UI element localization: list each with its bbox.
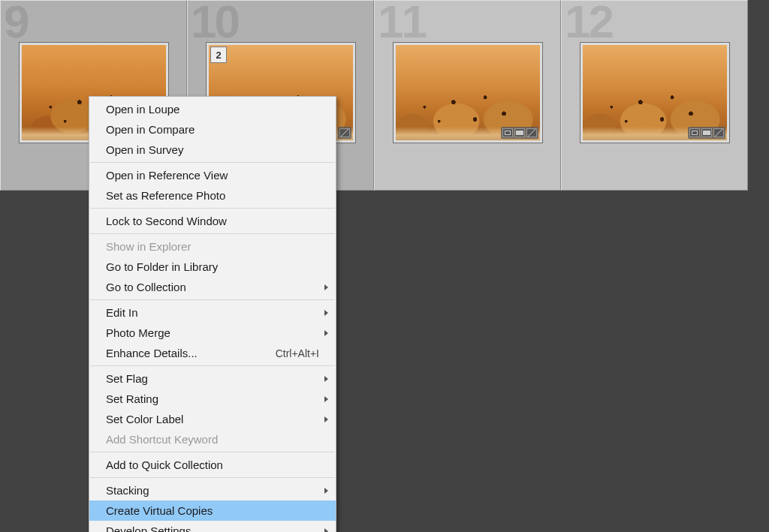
menu-item[interactable]: Enhance Details...Ctrl+Alt+I xyxy=(89,343,336,363)
menu-item[interactable]: Lock to Second Window xyxy=(89,211,336,231)
adjustments-icon xyxy=(713,128,724,137)
menu-item[interactable]: Set Flag xyxy=(89,368,336,389)
stack-count-badge[interactable]: 2 xyxy=(210,47,227,63)
cell-index: 9 xyxy=(4,0,27,48)
menu-separator xyxy=(90,233,335,234)
thumbnail-cell[interactable]: 11 xyxy=(374,0,561,191)
menu-item-label: Enhance Details... xyxy=(106,347,198,359)
menu-item-label: Develop Settings xyxy=(106,524,191,532)
menu-item[interactable]: Set Color Label xyxy=(89,409,336,429)
menu-separator xyxy=(90,162,335,163)
menu-item-label: Open in Survey xyxy=(106,143,183,156)
context-menu[interactable]: Open in LoupeOpen in CompareOpen in Surv… xyxy=(89,96,336,532)
thumbnail-frame xyxy=(393,42,543,143)
thumbnail-image[interactable] xyxy=(396,45,540,140)
menu-separator xyxy=(90,208,335,209)
menu-item-shortcut: Ctrl+Alt+I xyxy=(276,347,319,359)
menu-item-label: Set as Reference Photo xyxy=(106,189,225,202)
menu-item[interactable]: Develop Settings xyxy=(89,521,336,532)
menu-item-label: Add to Quick Collection xyxy=(106,458,223,471)
thumbnail-cell[interactable]: 12 xyxy=(561,0,748,191)
menu-item-label: Go to Collection xyxy=(106,281,186,293)
menu-item-label: Create Virtual Copies xyxy=(106,504,213,517)
thumbnail-frame xyxy=(580,42,730,143)
submenu-arrow-icon xyxy=(324,284,328,290)
menu-separator xyxy=(90,452,335,452)
menu-item[interactable]: Open in Compare xyxy=(89,119,336,140)
thumbnail-image[interactable] xyxy=(583,45,727,140)
menu-item[interactable]: Stacking xyxy=(89,480,336,500)
menu-item[interactable]: Go to Folder in Library xyxy=(89,257,336,277)
menu-item[interactable]: Set Rating xyxy=(89,389,336,409)
menu-item[interactable]: Edit In xyxy=(89,302,336,323)
menu-item-label: Open in Loupe xyxy=(106,103,179,116)
thumbnail-badge-icons xyxy=(338,127,351,139)
submenu-arrow-icon xyxy=(324,330,328,336)
menu-item-label: Show in Explorer xyxy=(106,240,191,253)
menu-item-label: Set Color Label xyxy=(106,413,183,425)
menu-item: Show in Explorer xyxy=(89,236,336,257)
menu-item-label: Photo Merge xyxy=(106,326,170,339)
menu-item-label: Set Rating xyxy=(106,392,158,405)
menu-item-label: Go to Folder in Library xyxy=(106,260,218,273)
cell-index: 11 xyxy=(378,0,425,48)
menu-item-label: Set Flag xyxy=(106,372,148,385)
thumbnail-badge-icons xyxy=(688,127,725,139)
submenu-arrow-icon xyxy=(324,396,328,402)
menu-item[interactable]: Open in Survey xyxy=(89,140,336,160)
menu-item[interactable]: Open in Reference View xyxy=(89,165,336,185)
adjustments-icon xyxy=(526,128,537,137)
menu-item[interactable]: Photo Merge xyxy=(89,323,336,343)
sync-icon xyxy=(701,128,712,137)
sync-icon xyxy=(514,128,525,137)
submenu-arrow-icon xyxy=(324,310,328,316)
menu-item-label: Stacking xyxy=(106,484,149,497)
menu-item[interactable]: Create Virtual Copies xyxy=(89,500,336,521)
menu-separator xyxy=(90,299,335,300)
thumbnail-badge-icons xyxy=(501,127,538,139)
menu-item-label: Lock to Second Window xyxy=(106,215,227,227)
menu-item[interactable]: Open in Loupe xyxy=(89,99,336,119)
menu-item[interactable]: Add to Quick Collection xyxy=(89,455,336,475)
menu-item: Add Shortcut Keyword xyxy=(89,429,336,449)
menu-item-label: Open in Compare xyxy=(106,123,195,136)
submenu-arrow-icon xyxy=(324,416,328,422)
cell-index: 10 xyxy=(191,0,238,48)
crop-icon xyxy=(689,128,700,137)
menu-separator xyxy=(90,365,335,366)
menu-item-label: Add Shortcut Keyword xyxy=(106,433,218,446)
crop-icon xyxy=(502,128,513,137)
submenu-arrow-icon xyxy=(324,528,328,533)
submenu-arrow-icon xyxy=(324,488,328,494)
menu-item[interactable]: Set as Reference Photo xyxy=(89,185,336,206)
adjustments-icon xyxy=(339,128,350,137)
submenu-arrow-icon xyxy=(324,376,328,382)
menu-item[interactable]: Go to Collection xyxy=(89,277,336,297)
menu-item-label: Open in Reference View xyxy=(106,169,228,182)
cell-index: 12 xyxy=(565,0,612,48)
menu-separator xyxy=(90,477,335,478)
menu-item-label: Edit In xyxy=(106,306,138,319)
